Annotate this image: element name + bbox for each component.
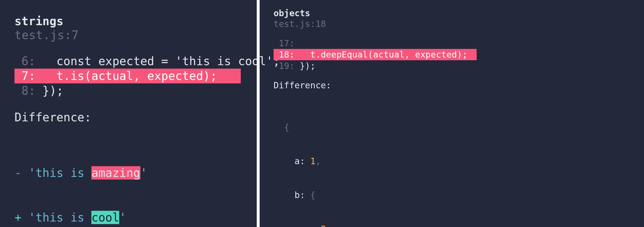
obj-prop: b: { <box>274 189 635 201</box>
code-text: }); <box>42 84 63 97</box>
panel-objects: objects test.js:18 17: 18: t.deepEqual(a… <box>260 0 644 227</box>
diff-text: 'this is <box>28 166 91 180</box>
diff-text: ' <box>119 211 126 224</box>
test-location: test.js:18 <box>274 19 635 29</box>
gutter: 6: <box>15 54 42 68</box>
diff-removed: - 'this is amazing' <box>15 166 242 180</box>
code-line-highlighted: 18: t.deepEqual(actual, expected); <box>274 49 635 60</box>
diff-added-word: cool <box>91 211 119 224</box>
diff-removed: - c: 2, <box>274 223 635 227</box>
obj-prop: a: 1, <box>274 155 635 167</box>
diff-block: - 'this is amazing' + 'this is cool' <box>15 136 242 227</box>
diff-added: + 'this is cool' <box>15 210 242 225</box>
minus-icon: - <box>274 224 279 227</box>
test-title: strings <box>15 14 242 28</box>
gutter: 18: <box>274 50 300 60</box>
diff-text: ' <box>140 166 147 180</box>
code-text: }); <box>300 61 315 71</box>
gutter: 8: <box>15 84 42 97</box>
panel-strings: strings test.js:7 6: const expected = 't… <box>0 0 257 227</box>
diff-removed-word: amazing <box>91 166 140 180</box>
code-line: 19: }); <box>274 60 635 72</box>
test-title: objects <box>274 8 635 18</box>
difference-label: Difference: <box>274 80 635 90</box>
code-text: const expected = 'this is cool'; <box>42 54 280 68</box>
code-block: 6: const expected = 'this is cool'; 7: t… <box>15 54 242 98</box>
difference-label: Difference: <box>15 111 242 124</box>
test-location: test.js:7 <box>15 28 242 42</box>
code-line: 6: const expected = 'this is cool'; <box>15 54 242 69</box>
code-line-highlighted: 7: t.is(actual, expected); <box>15 69 242 83</box>
gutter: 19: <box>274 61 300 71</box>
code-line: 8: }); <box>15 83 242 98</box>
minus-icon: - <box>15 166 21 180</box>
code-block: 17: 18: t.deepEqual(actual, expected); 1… <box>274 38 635 72</box>
plus-icon: + <box>15 211 21 224</box>
code-text: t.is(actual, expected); <box>42 69 217 83</box>
code-text: t.deepEqual(actual, expected); <box>300 50 467 60</box>
obj-open: { <box>274 122 635 133</box>
gutter: 17: <box>274 38 300 48</box>
gutter: 7: <box>15 69 42 83</box>
diff-text: 'this is <box>28 211 91 224</box>
panel-divider <box>257 0 260 227</box>
code-line: 17: <box>274 38 635 49</box>
diff-object: { a: 1, b: { - c: 2, + c: 3 } } <box>274 99 635 227</box>
